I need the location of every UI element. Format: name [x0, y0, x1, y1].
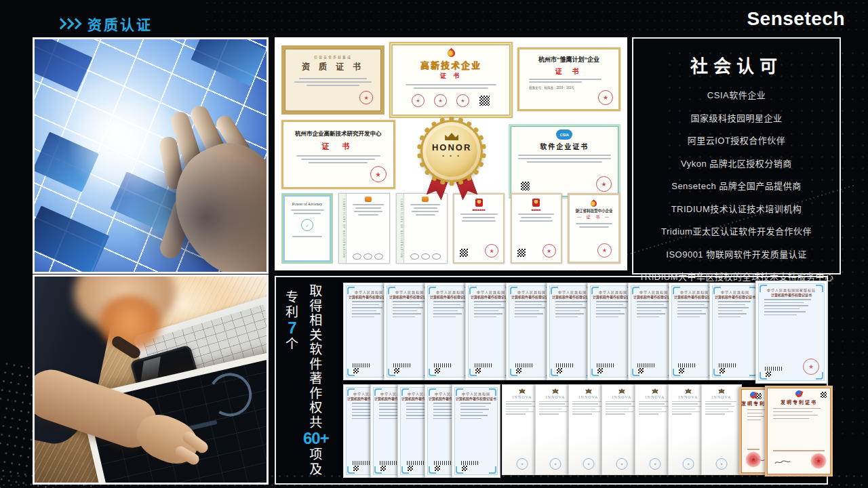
cert-license: ■■■■■■■ ★: [453, 193, 505, 264]
social-list: CSIA软件企业国家级科技园明星企业阿里云IOT授权合作伙伴Vykon 品牌北区…: [633, 88, 840, 283]
cert-qualification: 信息安全系统集成 资 质 证 书 ★: [281, 45, 384, 115]
crest-icon: [685, 388, 692, 394]
qr-code: [517, 248, 526, 258]
crest-icon: [519, 388, 526, 394]
patent-certs-row-bottom: 中华人民共和国计算机软件著作权登记证书中华人民共和国计算机软件著作权登记证书中华…: [343, 384, 821, 481]
social-item: Tridium亚太区认证软件开发合作伙伴: [633, 224, 840, 237]
crest-icon: [718, 388, 725, 394]
crest-icon: [652, 388, 658, 394]
social-title: 社会认可: [633, 52, 840, 77]
national-emblem-icon: [475, 199, 483, 207]
page-title: 资质认证: [87, 14, 153, 34]
cert-rnd-center: 杭州市企业高新技术研究开发中心 证 书 ★: [281, 120, 395, 189]
caption-column-patent: 专利7个: [285, 290, 298, 476]
social-item: 阿里云IOT授权合作伙伴: [633, 134, 840, 146]
qr-code: [520, 181, 530, 191]
flame-icon: [446, 48, 456, 59]
emblem-icon: [422, 197, 429, 202]
cert-software-enterprise: CSIA 软件企业证书 ★: [509, 124, 620, 199]
social-recognition-panel: 社会认可 CSIA软件企业国家级科技园明星企业阿里云IOT授权合作伙伴Vykon…: [632, 37, 841, 274]
cert-zhejiang-sme: 浙江省科技型中小企业 — 证 书 — ★: [568, 193, 620, 264]
cert-high-tech-enterprise: 高新技术企业 证 书 ★ ★ ★: [389, 42, 513, 118]
software-copyright-cert: 中华人民共和国计算机软件著作权登记证书: [709, 283, 761, 380]
invention-patent-cert: 发明专利证书★: [765, 386, 833, 476]
slide: 资质认证 Sensetech 信息安全系统集成 资 质 证 书: [0, 0, 868, 488]
cert-license: ■■■■■ ★: [511, 193, 562, 264]
cnipa-logo: [795, 390, 804, 399]
social-item: TRIDIUM技术认证技术培训机构: [633, 202, 840, 215]
innovation-patent-cert: INNOVA✦: [701, 384, 742, 475]
social-item: CSIA软件企业: [633, 88, 840, 101]
invention-patent-cert: 发明专利证书★: [739, 387, 768, 475]
screens-scene: [35, 39, 267, 272]
software-copyright-cert-large: 中华人民共和国国家版权局计算机软件著作权登记证书★: [755, 281, 827, 384]
workspace-scene: [35, 277, 267, 483]
cert-power-of-attorney: Power of Attorney ✓: [281, 193, 333, 264]
national-emblem-icon: [532, 199, 540, 207]
qr-code: [479, 95, 490, 106]
photo-digital-screens: [33, 37, 269, 274]
social-item: 国家级科技园明星企业: [633, 111, 840, 124]
csia-logo: CSIA: [556, 129, 572, 140]
crest-icon: [585, 388, 592, 394]
cert-registration: CERTIFICATE OF REGISTRATION: [338, 193, 390, 264]
emblem-icon: [365, 197, 372, 202]
crest-icon: [552, 388, 559, 394]
honor-medal: HONOR • • •: [395, 120, 509, 197]
social-item: ISO9001 物联网软件开发质量认证: [633, 247, 840, 260]
brand-logo: Sensetech: [747, 8, 845, 30]
social-item: Sensetech 品牌全国产品提供商: [633, 179, 840, 192]
certificates-panel: 信息安全系统集成 资 质 证 书 ★ 高新技术企业 证 书 ★ ★ ★: [275, 37, 627, 270]
photo-workspace: [33, 274, 269, 485]
patents-panel: 专利7个 取得相关软件著作权共60+项及 中华人民共和国计算机软件著作权登记证书…: [275, 276, 828, 485]
social-item: Vykon 品牌北区授权分销商: [633, 157, 840, 169]
qr-code: [459, 248, 469, 258]
crown-icon: [445, 133, 458, 140]
patents-caption: 专利7个 取得相关软件著作权共60+项及: [285, 284, 329, 476]
cert-eagle-plan: 杭州市“雏鹰计划”企业 证 书 批准文号：杭科高｜2019｜161号 ★: [517, 47, 620, 111]
cert-registration: CERTIFICATE OF REGISTRATION: [396, 193, 448, 264]
software-copyright-cert: 中华人民共和国计算机软件著作权登记证书: [452, 384, 500, 478]
caption-column-copyright: 取得相关软件著作权共60+项及: [303, 284, 329, 476]
copyright-certs-row-top: 中华人民共和国计算机软件著作权登记证书中华人民共和国计算机软件著作权登记证书中华…: [343, 283, 821, 382]
page-header: 资质认证: [57, 14, 153, 34]
flame-icon: [590, 199, 599, 208]
crest-icon: [618, 388, 625, 394]
chevron-icon: [71, 18, 82, 30]
